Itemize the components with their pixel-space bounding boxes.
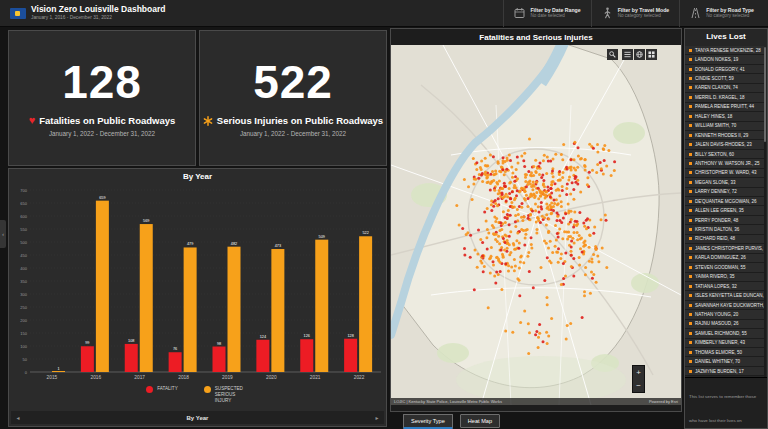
orange-square-bullet-icon	[689, 256, 692, 259]
life-row[interactable]: WILLIAM SMITH, 70	[685, 122, 764, 131]
orange-square-bullet-icon	[689, 285, 692, 288]
map-search-button[interactable]	[607, 49, 618, 60]
map-basemap-button[interactable]	[634, 49, 645, 60]
map-legend-button[interactable]	[622, 49, 633, 60]
louisville-logo-icon	[10, 8, 26, 19]
life-name: STEVEN GOODMAN, 55	[695, 265, 746, 270]
life-name: RICHARD REID, 48	[695, 236, 735, 241]
orange-square-bullet-icon	[689, 134, 692, 137]
filter-label: Filter by Travel Mode	[618, 7, 670, 14]
legend-item[interactable]: FATALITY	[146, 386, 178, 405]
life-name: THOMAS ELMORE, 50	[695, 350, 742, 355]
life-row[interactable]: SAMUEL RICHMOND, 55	[685, 329, 764, 338]
orange-square-bullet-icon	[689, 115, 692, 118]
chart-prev-arrow[interactable]: ◂	[11, 414, 25, 421]
life-row[interactable]: KENNETH RHODES II, 29	[685, 131, 764, 140]
life-row[interactable]: YAIMA RIVERO, 35	[685, 273, 764, 282]
svg-text:99: 99	[85, 341, 89, 345]
life-row[interactable]: THOMAS ELMORE, 50	[685, 348, 764, 357]
svg-text:482: 482	[231, 242, 237, 246]
chevron-left-icon: ‹	[2, 231, 4, 237]
svg-text:2022: 2022	[354, 375, 365, 380]
life-row[interactable]: ISLES KENYETTA LEE DUNCAN, 17	[685, 291, 764, 300]
life-row[interactable]: CINDIE SCOTT, 59	[685, 74, 764, 83]
calendar-icon	[514, 7, 525, 19]
filter-date-range-button[interactable]: Filter by Date Range No date selected	[503, 0, 590, 27]
life-row[interactable]: KAREN CLAXON, 74	[685, 84, 764, 93]
zoom-out-button[interactable]: −	[633, 379, 644, 392]
orange-square-bullet-icon	[689, 228, 692, 231]
orange-square-bullet-icon	[689, 322, 692, 325]
life-row[interactable]: RICHARD REID, 48	[685, 235, 764, 244]
injuries-date-range: January 1, 2022 - December 31, 2022	[240, 130, 346, 137]
life-row[interactable]: DE'QUANTAE MCGOWAN, 26	[685, 197, 764, 206]
life-row[interactable]: TANYA RENESE MCKENZIE, 28	[685, 46, 764, 55]
life-row[interactable]: TATIANA LOPES, 32	[685, 282, 764, 291]
chart-pager-label: By Year	[25, 415, 370, 421]
life-name: CINDIE SCOTT, 59	[695, 76, 734, 81]
life-row[interactable]: MEGAN SLONE, 33	[685, 178, 764, 187]
chart-next-arrow[interactable]: ▸	[370, 414, 384, 421]
layers-grid-icon	[648, 51, 655, 58]
legend-item[interactable]: SUSPECTED SERIOUS INJURY	[204, 386, 249, 405]
life-row[interactable]: BILLY SEXTON, 60	[685, 150, 764, 159]
life-row[interactable]: CHRISTOPHER W. WARD, 43	[685, 169, 764, 178]
svg-text:350: 350	[20, 279, 27, 284]
map-layers-button[interactable]	[646, 49, 657, 60]
life-name: RAJNU MASOUD, 26	[695, 321, 739, 326]
life-row[interactable]: LARRY DENNEY, 72	[685, 188, 764, 197]
life-row[interactable]: PAMELA RENEE PRUITT, 44	[685, 103, 764, 112]
life-row[interactable]: RAJNU MASOUD, 26	[685, 320, 764, 329]
page-title: Vision Zero Louisville Dashboard	[31, 5, 165, 15]
life-row[interactable]: STEVEN GOODMAN, 55	[685, 263, 764, 272]
filter-travel-mode-button[interactable]: Filter by Travel Mode No category select…	[591, 0, 680, 27]
legend-swatch	[204, 386, 211, 393]
fatalities-label: Fatalities on Public Roadways	[39, 115, 175, 126]
orange-square-bullet-icon	[689, 351, 692, 354]
orange-square-bullet-icon	[689, 143, 692, 146]
life-row[interactable]: DANIEL WHITNEY, 70	[685, 357, 764, 366]
lives-lost-scrollbar[interactable]	[764, 47, 767, 399]
life-row[interactable]: KIMBERLY NEUNER, 43	[685, 339, 764, 348]
injuries-count: 522	[253, 59, 333, 105]
life-row[interactable]: DONALD GREGORY, 41	[685, 65, 764, 74]
svg-text:2017: 2017	[134, 375, 145, 380]
tab-heat-map[interactable]: Heat Map	[460, 414, 500, 428]
life-row[interactable]: MERRIL D. KRAGEL, 18	[685, 93, 764, 102]
life-row[interactable]: SAVANNAH KAYE DUCKWORTH, 22	[685, 301, 764, 310]
filter-status: No category selected	[618, 13, 670, 19]
svg-text:126: 126	[304, 334, 310, 338]
collapse-panel-handle[interactable]: ‹	[0, 220, 6, 248]
life-row[interactable]: JALEN DAVIS-RHODES, 23	[685, 140, 764, 149]
life-row[interactable]: KARLA DOMINGUEZ, 26	[685, 254, 764, 263]
orange-square-bullet-icon	[689, 219, 692, 222]
life-name: SAVANNAH KAYE DUCKWORTH, 22	[695, 303, 764, 308]
life-row[interactable]: JAZMYNE BURDEN, 17	[685, 367, 764, 376]
map-canvas[interactable]: + − LOJIC | Kentucky State Police, Louis…	[391, 45, 681, 405]
life-row[interactable]: HALEY HINES, 18	[685, 112, 764, 121]
life-name: LARRY DENNEY, 72	[695, 189, 737, 194]
globe-icon	[636, 51, 643, 58]
life-name: ALLEN LEE GREEN, 35	[695, 208, 744, 213]
lives-lost-list[interactable]: TANYA RENESE MCKENZIE, 28LANDON NOKES, 1…	[685, 46, 764, 376]
orange-square-bullet-icon	[689, 105, 692, 108]
page-subtitle: January 1, 2016 - December 31, 2022	[31, 15, 165, 21]
orange-square-bullet-icon	[689, 58, 692, 61]
life-row[interactable]: PERRY PONDER, 48	[685, 216, 764, 225]
tab-severity-type[interactable]: Severity Type	[403, 414, 453, 429]
zoom-in-button[interactable]: +	[633, 366, 644, 379]
memorial-note: This list serves to remember those who h…	[689, 394, 758, 429]
life-row[interactable]: LANDON NOKES, 19	[685, 55, 764, 64]
life-name: ISLES KENYETTA LEE DUNCAN, 17	[695, 293, 764, 298]
scrollbar-thumb[interactable]	[764, 47, 767, 142]
life-row[interactable]: ANTHONY W. WATSON JR., 25	[685, 159, 764, 168]
life-row[interactable]: ALLEN LEE GREEN, 35	[685, 206, 764, 215]
life-row[interactable]: KRISTIN DALTON, 36	[685, 225, 764, 234]
filter-road-type-button[interactable]: Filter by Road Type No category selected	[679, 0, 764, 27]
map-controls	[607, 49, 657, 60]
life-name: MERRIL D. KRAGEL, 18	[695, 95, 745, 100]
by-year-bar-chart[interactable]: 0501001502002503003504004505005506006507…	[10, 182, 387, 388]
map-view-tabs: Severity Type Heat Map	[390, 414, 682, 429]
life-row[interactable]: NATHAN YOUNG, 20	[685, 310, 764, 319]
life-row[interactable]: JAMES CHRISTOPHER PURVIS, 53	[685, 244, 764, 253]
